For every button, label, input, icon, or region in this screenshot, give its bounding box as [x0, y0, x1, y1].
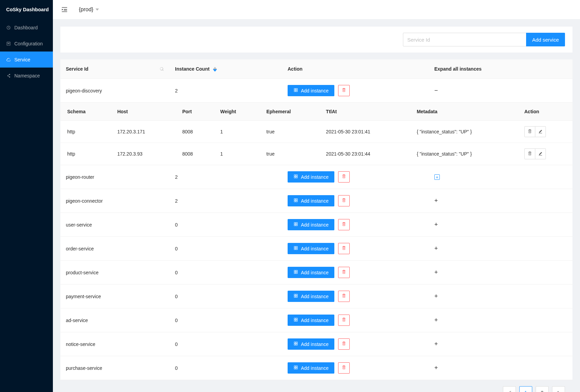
instance-count-cell: 0 — [170, 213, 282, 237]
edit-instance-button[interactable] — [535, 126, 546, 137]
col-host: Host — [111, 103, 176, 121]
delete-service-button[interactable] — [338, 362, 350, 374]
delete-service-button[interactable] — [338, 243, 350, 254]
expand-toggle[interactable]: + — [434, 197, 438, 204]
expand-toggle[interactable]: + — [434, 174, 440, 180]
delete-service-button[interactable] — [338, 315, 350, 326]
col-metadata: Metadata — [410, 103, 517, 121]
instance-weight: 1 — [214, 143, 260, 165]
delete-service-button[interactable] — [338, 338, 350, 350]
add-instance-button[interactable]: Add instance — [288, 195, 334, 206]
delete-service-button[interactable] — [338, 291, 350, 302]
env-selector[interactable]: {prod} — [79, 6, 99, 13]
trash-icon — [342, 198, 346, 204]
expand-cell: + — [429, 237, 572, 261]
page-2-button[interactable]: 2 — [536, 386, 549, 392]
trash-icon — [342, 341, 346, 347]
service-id-cell: pigeon-router — [60, 165, 170, 189]
trash-icon — [527, 151, 532, 157]
action-cell: Add instance — [282, 189, 429, 213]
col-weight: Weight — [214, 103, 260, 121]
trash-icon — [342, 246, 346, 251]
sidebar-item-configuration[interactable]: Configuration — [0, 35, 53, 52]
expand-cell: + — [429, 285, 572, 308]
instance-count-cell: 0 — [170, 261, 282, 285]
service-id-cell: pigeon-connector — [60, 189, 170, 213]
add-instance-button[interactable]: Add instance — [288, 338, 334, 350]
add-instance-button[interactable]: Add instance — [288, 267, 334, 278]
instances-table: Schema Host Port Weight Ephemeral TtlAt … — [60, 103, 572, 165]
cloud-icon — [6, 57, 11, 62]
qrcode-icon — [293, 88, 298, 93]
qrcode-icon — [293, 222, 298, 228]
action-cell: Add instance — [282, 285, 429, 308]
add-instance-button[interactable]: Add instance — [288, 85, 334, 96]
col-service-id[interactable]: Service Id — [60, 59, 170, 79]
trash-icon — [342, 293, 346, 299]
expand-toggle[interactable]: + — [434, 364, 438, 371]
delete-instance-button[interactable] — [524, 148, 535, 159]
search-icon[interactable] — [159, 67, 164, 71]
delete-service-button[interactable] — [338, 267, 350, 278]
col-instance-count[interactable]: Instance Count — [170, 59, 282, 79]
service-id-cell: product-service — [60, 261, 170, 285]
qrcode-icon — [293, 317, 298, 323]
expand-cell: + — [429, 213, 572, 237]
expand-toggle[interactable]: + — [434, 317, 438, 323]
delete-service-button[interactable] — [338, 219, 350, 230]
expand-toggle[interactable]: + — [434, 245, 438, 252]
col-expand-all[interactable]: Expand all instances — [429, 59, 572, 79]
service-row: product-service 0 Add instance + — [60, 261, 572, 285]
instance-schema: http — [60, 143, 111, 165]
expand-cell: + — [429, 356, 572, 380]
sort-icon[interactable] — [213, 67, 217, 72]
edit-instance-button[interactable] — [535, 148, 546, 159]
service-row: ad-service 0 Add instance + — [60, 308, 572, 332]
instance-count-cell: 2 — [170, 189, 282, 213]
instance-row: http 172.20.3.93 8008 1 true 2021-05-30 … — [60, 143, 572, 165]
sidebar-item-dashboard[interactable]: Dashboard — [0, 19, 53, 35]
trash-icon — [342, 174, 346, 180]
expand-toggle[interactable]: + — [434, 221, 438, 228]
add-instance-button[interactable]: Add instance — [288, 171, 334, 183]
collapse-menu-icon[interactable] — [61, 6, 68, 13]
add-instance-button[interactable]: Add instance — [288, 243, 334, 254]
service-row: notice-service 0 Add instance + — [60, 332, 572, 356]
add-instance-label: Add instance — [301, 246, 329, 251]
page-prev-button[interactable] — [503, 386, 516, 392]
trash-icon — [342, 365, 346, 371]
qrcode-icon — [293, 293, 298, 299]
add-instance-label: Add instance — [301, 198, 329, 204]
instance-count-cell: 0 — [170, 332, 282, 356]
trash-icon — [342, 317, 346, 323]
delete-service-button[interactable] — [338, 85, 350, 96]
action-cell: Add instance — [282, 237, 429, 261]
add-service-button[interactable]: Add service — [526, 33, 565, 46]
sidebar-item-service[interactable]: Service — [0, 52, 53, 68]
expand-toggle[interactable]: + — [434, 293, 438, 300]
add-instance-button[interactable]: Add instance — [288, 219, 334, 230]
delete-service-button[interactable] — [338, 171, 350, 183]
pagination: 1 2 — [60, 380, 572, 392]
sidebar-item-namespace[interactable]: Namespace — [0, 68, 53, 84]
delete-instance-button[interactable] — [524, 126, 535, 137]
add-instance-button[interactable]: Add instance — [288, 362, 334, 374]
page-next-button[interactable] — [552, 386, 565, 392]
page-1-button[interactable]: 1 — [519, 386, 532, 392]
qrcode-icon — [293, 174, 298, 180]
expand-toggle[interactable]: − — [434, 87, 438, 94]
col-schema: Schema — [60, 103, 111, 121]
file-icon — [6, 41, 11, 46]
expand-toggle[interactable]: + — [434, 340, 438, 347]
action-cell: Add instance — [282, 356, 429, 380]
add-instance-button[interactable]: Add instance — [288, 291, 334, 302]
expand-cell: + — [429, 189, 572, 213]
instance-action — [518, 143, 572, 165]
expand-toggle[interactable]: + — [434, 269, 438, 276]
service-row: payment-service 0 Add instance + — [60, 285, 572, 308]
add-instance-label: Add instance — [301, 88, 329, 93]
service-row: pigeon-discovery 2 Add instance − — [60, 79, 572, 103]
delete-service-button[interactable] — [338, 195, 350, 206]
service-id-search-input[interactable] — [403, 33, 526, 46]
add-instance-button[interactable]: Add instance — [288, 315, 334, 326]
